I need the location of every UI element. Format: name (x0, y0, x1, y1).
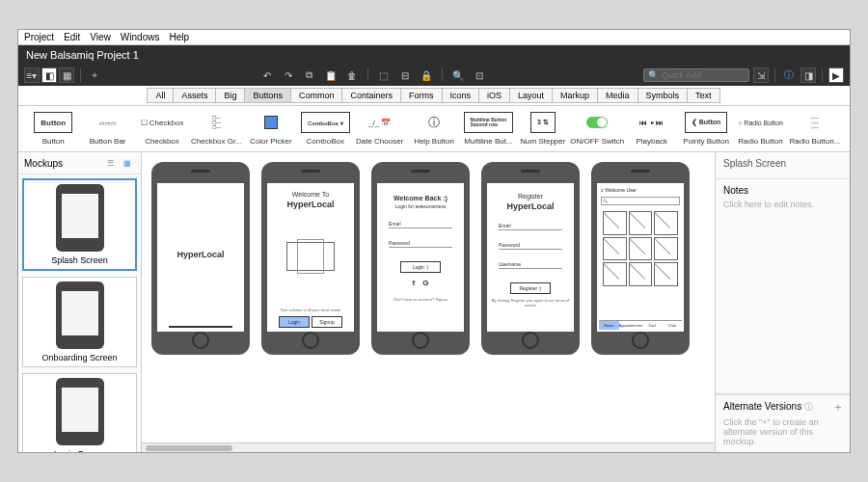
help-icon[interactable]: ⓘ (804, 402, 813, 412)
menu-view[interactable]: View (90, 32, 111, 42)
cat-icons[interactable]: Icons (442, 88, 480, 103)
cat-buttons[interactable]: Buttons (244, 88, 291, 103)
tool-checkboxgroup[interactable]: ☐—☐—☐—Checkbox Gr... (189, 112, 243, 146)
inspector-panel: Splash Screen Notes Click here to edit n… (715, 152, 850, 452)
cat-common[interactable]: Common (290, 88, 343, 103)
tool-radiogroup[interactable]: ○—○—○—Radio Button... (788, 112, 842, 146)
mockups-sidebar: Mockups ☰ ▦ Splash Screen Onboarding Scr… (18, 152, 142, 452)
copy-icon[interactable]: ⧉ (302, 67, 317, 83)
grid-view-icon[interactable]: ▦ (59, 67, 74, 83)
category-tabs: All Assets Big Buttons Common Containers… (18, 86, 850, 106)
tool-pointy[interactable]: ❮ ButtonPointy Button (679, 112, 733, 146)
phone-home[interactable]: ≡ Welcome User 🔍 Home Appointments Cart … (591, 162, 690, 355)
cat-assets[interactable]: Assets (173, 88, 216, 103)
add-icon[interactable]: ＋ (87, 67, 102, 83)
cat-big[interactable]: Big (215, 88, 245, 103)
sidebar-list-icon[interactable]: ☰ (102, 155, 118, 171)
title-bar: New Balsamiq Project 1 (18, 45, 850, 65)
thumb-splash[interactable]: Splash Screen (22, 178, 137, 271)
cat-ios[interactable]: iOS (478, 88, 510, 103)
phone-login[interactable]: Welcome Back :) Login for awesomeness Em… (371, 162, 470, 355)
tool-numstepper[interactable]: 3 ⇅Num Stepper (516, 112, 570, 146)
add-alternate-icon[interactable]: ＋ (832, 399, 844, 415)
info-icon[interactable]: ⓘ (781, 67, 797, 83)
tool-switch[interactable]: ON/OFF Switch (570, 112, 624, 146)
cat-markup[interactable]: Markup (552, 88, 598, 103)
group-icon[interactable]: ⬚ (376, 67, 392, 83)
present-icon[interactable]: ▶ (828, 67, 844, 83)
zoom-icon[interactable]: ⊡ (472, 67, 487, 83)
undo-icon[interactable]: ↶ (259, 67, 275, 83)
tool-datechooser[interactable]: _/_ 📅Date Chooser (352, 112, 406, 146)
delete-icon[interactable]: 🗑 (344, 67, 360, 83)
menu-windows[interactable]: Windows (121, 32, 160, 42)
tool-button[interactable]: ButtonButton (26, 112, 80, 146)
inspector-toggle-icon[interactable]: ◨ (800, 67, 816, 83)
search-icon[interactable]: 🔍 (450, 67, 466, 83)
thumb-login[interactable]: Login Screen (22, 373, 137, 452)
phone-splash[interactable]: HyperLocal (151, 162, 250, 355)
cat-symbols[interactable]: Symbols (637, 88, 689, 103)
tool-colorpicker[interactable]: Color Picker (244, 112, 298, 146)
sidebar-toggle-icon[interactable]: ◧ (41, 67, 57, 83)
app-window: Project Edit View Windows Help New Balsa… (17, 29, 851, 453)
main-toolbar: ≡▾ ◧ ▦ ＋ ↶ ↷ ⧉ 📋 🗑 ⬚ ⊟ 🔒 🔍 ⊡ 🔍 ⇲ (18, 65, 850, 86)
cat-all[interactable]: All (147, 88, 174, 103)
tool-radio[interactable]: ○ Radio ButtonRadio Button (733, 112, 787, 146)
import-icon[interactable]: ⇲ (753, 67, 769, 83)
canvas[interactable]: HyperLocal Welcome To HyperLocal One sol… (142, 152, 715, 442)
cat-containers[interactable]: Containers (341, 88, 401, 103)
cat-media[interactable]: Media (597, 88, 638, 103)
tool-buttonbar[interactable]: ▭▭▭Button Bar (80, 112, 134, 146)
notes-label: Notes (723, 185, 842, 196)
tool-checkbox[interactable]: ☐ CheckboxCheckbox (135, 112, 189, 146)
phone-register[interactable]: Register HyperLocal Email Password Usern… (481, 162, 580, 355)
hamburger-icon[interactable]: ≡▾ (24, 67, 40, 83)
cat-layout[interactable]: Layout (509, 88, 553, 103)
cat-text[interactable]: Text (687, 88, 720, 103)
horizontal-scrollbar[interactable] (142, 442, 715, 452)
lock-icon[interactable]: 🔒 (419, 67, 434, 83)
canvas-area: HyperLocal Welcome To HyperLocal One sol… (142, 152, 715, 452)
inspector-title: Splash Screen (723, 158, 842, 169)
menubar: Project Edit View Windows Help (18, 30, 850, 45)
menu-help[interactable]: Help (169, 32, 189, 42)
menu-edit[interactable]: Edit (64, 32, 80, 42)
main-area: Mockups ☰ ▦ Splash Screen Onboarding Scr… (18, 152, 850, 452)
search-icon: 🔍 (648, 70, 659, 80)
phone-onboard[interactable]: Welcome To HyperLocal One solution to al… (261, 162, 360, 355)
quick-add-search[interactable]: 🔍 (643, 68, 749, 82)
alt-hint: Click the "+" to create an alternate ver… (723, 417, 842, 446)
tool-combobox[interactable]: ComboBox ▾ComboBox (298, 112, 352, 146)
notes-field[interactable]: Click here to edit notes. (723, 200, 842, 209)
tool-multiline[interactable]: Multiline ButtonSecond rowMultiline But.… (461, 112, 515, 146)
paste-icon[interactable]: 📋 (323, 67, 339, 83)
alt-versions-title: Alternate Versions (723, 401, 801, 412)
toolbox: ButtonButton ▭▭▭Button Bar ☐ CheckboxChe… (18, 106, 850, 152)
tool-helpbutton[interactable]: ⓘHelp Button (407, 112, 461, 146)
tool-playback[interactable]: ⏮ ▶ ⏭Playback (624, 112, 678, 146)
menu-project[interactable]: Project (24, 32, 54, 42)
sidebar-title: Mockups (24, 158, 63, 169)
sidebar-grid-icon[interactable]: ▦ (120, 155, 135, 171)
align-icon[interactable]: ⊟ (397, 67, 413, 83)
thumb-onboarding[interactable]: Onboarding Screen (22, 277, 137, 367)
redo-icon[interactable]: ↷ (281, 67, 296, 83)
cat-forms[interactable]: Forms (400, 88, 443, 103)
quick-add-input[interactable] (662, 70, 745, 80)
